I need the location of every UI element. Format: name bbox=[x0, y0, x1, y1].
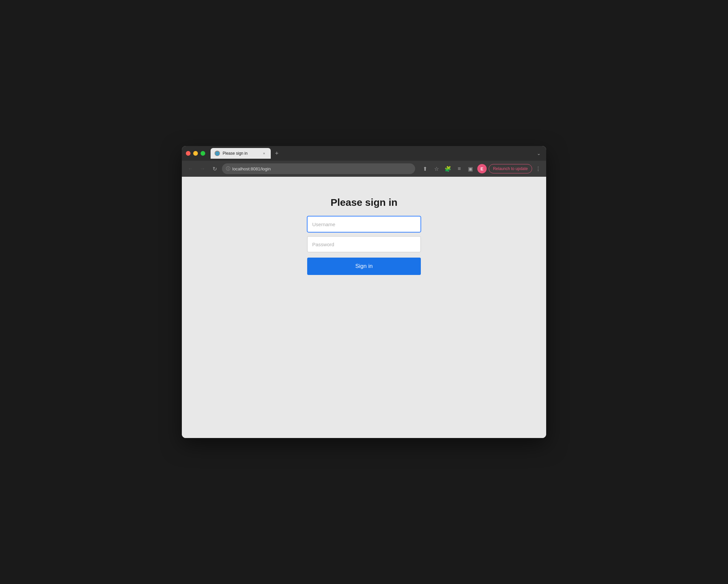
url-bar[interactable]: ⓘ localhost:8081/login bbox=[222, 163, 415, 174]
bookmark-button[interactable]: ☆ bbox=[432, 164, 441, 174]
username-input[interactable] bbox=[307, 216, 421, 232]
maximize-traffic-light[interactable] bbox=[201, 151, 205, 156]
reading-list-button[interactable]: ≡ bbox=[454, 164, 464, 174]
share-button[interactable]: ⬆ bbox=[420, 164, 430, 174]
more-options-button[interactable]: ⋮ bbox=[534, 165, 542, 173]
address-bar: ← → ↻ ⓘ localhost:8081/login ⬆ ☆ 🧩 ≡ ▣ E… bbox=[182, 161, 546, 177]
profile-button[interactable]: E bbox=[477, 164, 487, 174]
extensions-button[interactable]: 🧩 bbox=[443, 164, 452, 174]
tab-favicon-icon: 🌐 bbox=[215, 151, 220, 156]
minimize-traffic-light[interactable] bbox=[193, 151, 198, 156]
forward-button[interactable]: → bbox=[198, 164, 207, 174]
active-tab[interactable]: 🌐 Please sign in × bbox=[211, 148, 271, 159]
password-input[interactable] bbox=[307, 236, 421, 252]
page-title: Please sign in bbox=[331, 197, 397, 208]
login-container: Please sign in Sign in bbox=[307, 197, 421, 275]
address-bar-actions: ⬆ ☆ 🧩 ≡ ▣ E Relaunch to update ⋮ bbox=[420, 164, 542, 174]
relaunch-button-label: Relaunch to update bbox=[493, 166, 528, 171]
url-text: localhost:8081/login bbox=[232, 166, 271, 171]
close-traffic-light[interactable] bbox=[186, 151, 190, 156]
reload-button[interactable]: ↻ bbox=[210, 164, 219, 174]
back-button[interactable]: ← bbox=[186, 164, 195, 174]
signin-button[interactable]: Sign in bbox=[307, 258, 421, 275]
sidebar-button[interactable]: ▣ bbox=[466, 164, 475, 174]
url-info-icon: ⓘ bbox=[226, 166, 230, 172]
tab-title: Please sign in bbox=[223, 151, 259, 156]
tab-close-button[interactable]: × bbox=[261, 151, 267, 156]
title-bar: 🌐 Please sign in × + ⌄ bbox=[182, 146, 546, 161]
window-controls-right: ⌄ bbox=[536, 149, 542, 157]
relaunch-button[interactable]: Relaunch to update bbox=[489, 164, 532, 174]
tab-bar: 🌐 Please sign in × + bbox=[211, 148, 533, 159]
browser-window: 🌐 Please sign in × + ⌄ ← → ↻ ⓘ localhost… bbox=[182, 146, 546, 438]
chevron-down-icon[interactable]: ⌄ bbox=[536, 149, 542, 157]
traffic-lights bbox=[186, 151, 205, 156]
new-tab-button[interactable]: + bbox=[272, 149, 281, 158]
page-content: Please sign in Sign in bbox=[182, 177, 546, 438]
